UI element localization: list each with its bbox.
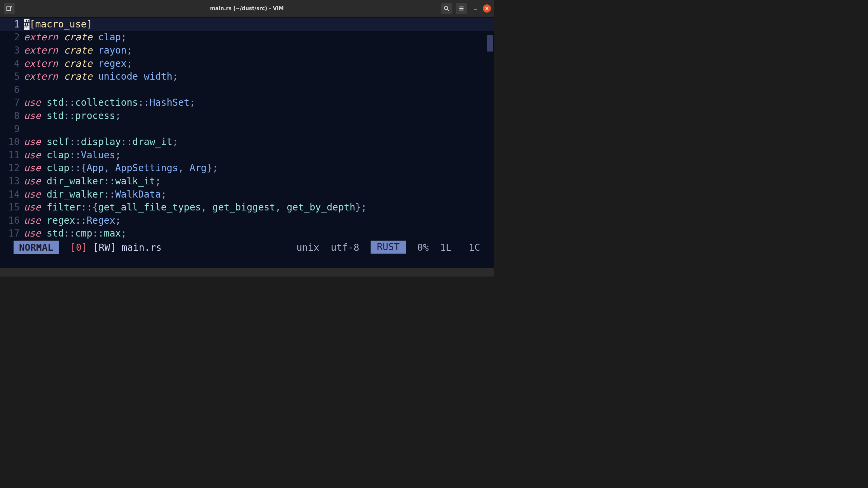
code-line[interactable]: 3extern crate rayon; xyxy=(0,44,494,57)
code-line[interactable]: 15use filter::{get_all_file_types, get_b… xyxy=(0,201,494,214)
status-fileformat: unix xyxy=(296,242,319,253)
close-button[interactable] xyxy=(483,4,491,13)
vim-window: main.rs (~/dust/src) - VIM xyxy=(0,0,494,277)
scrollbar-thumb[interactable] xyxy=(487,35,493,52)
code-content: extern crate regex; xyxy=(24,58,132,69)
new-tab-button[interactable] xyxy=(4,3,15,14)
code-content: use self::display::draw_it; xyxy=(24,136,178,147)
status-language: RUST xyxy=(371,241,406,254)
code-line[interactable]: 2extern crate clap; xyxy=(0,31,494,44)
line-number: 16 xyxy=(0,215,24,226)
search-icon xyxy=(443,5,450,12)
code-line[interactable]: 4extern crate regex; xyxy=(0,57,494,70)
status-col: 1C xyxy=(469,242,480,253)
svg-line-4 xyxy=(448,9,449,11)
window-titlebar: main.rs (~/dust/src) - VIM xyxy=(0,0,494,17)
status-zero: [0] xyxy=(70,242,87,253)
status-percent: 0% xyxy=(417,242,429,253)
code-content: extern crate unicode_width; xyxy=(24,71,178,82)
code-line[interactable]: 1#[macro_use] xyxy=(0,18,494,31)
code-content: use std::collections::HashSet; xyxy=(24,97,195,108)
line-number: 7 xyxy=(0,97,24,108)
code-content: use clap::Values; xyxy=(24,149,121,161)
code-content: use dir_walker::WalkData; xyxy=(24,189,166,200)
code-content: use std::process; xyxy=(24,110,121,121)
code-content: use std::cmp::max; xyxy=(24,228,126,239)
code-line[interactable]: 16use regex::Regex; xyxy=(0,214,494,227)
command-line[interactable] xyxy=(0,254,494,268)
line-number: 1 xyxy=(0,19,24,30)
minimize-icon xyxy=(473,6,478,11)
line-number: 3 xyxy=(0,45,24,56)
statusline: NORMAL [0] [RW] main.rs unix utf-8 RUST … xyxy=(0,241,494,254)
code-line[interactable]: 13use dir_walker::walk_it; xyxy=(0,175,494,188)
line-number: 9 xyxy=(0,123,24,135)
code-content: #[macro_use] xyxy=(24,19,92,30)
code-line[interactable]: 10use self::display::draw_it; xyxy=(0,135,494,148)
line-number: 10 xyxy=(0,136,24,147)
line-number: 5 xyxy=(0,71,24,82)
line-number: 13 xyxy=(0,176,24,187)
line-number: 2 xyxy=(0,32,24,43)
line-number: 17 xyxy=(0,228,24,239)
code-line[interactable]: 11use clap::Values; xyxy=(0,148,494,162)
code-line[interactable]: 9 xyxy=(0,122,494,136)
line-number: 12 xyxy=(0,162,24,174)
line-number: 11 xyxy=(0,149,24,161)
code-content: extern crate rayon; xyxy=(24,45,132,56)
code-content: use filter::{get_all_file_types, get_big… xyxy=(24,202,367,213)
status-filename: main.rs xyxy=(122,242,162,253)
code-content: use clap::{App, AppSettings, Arg}; xyxy=(24,162,218,174)
line-number: 15 xyxy=(0,202,24,213)
status-encoding: utf-8 xyxy=(331,242,359,253)
hamburger-icon xyxy=(458,5,465,12)
code-line[interactable]: 8use std::process; xyxy=(0,109,494,122)
editor-area[interactable]: 1#[macro_use]2extern crate clap;3extern … xyxy=(0,17,494,241)
search-button[interactable] xyxy=(441,3,452,14)
window-title: main.rs (~/dust/src) - VIM xyxy=(210,5,284,12)
close-icon xyxy=(485,7,489,10)
code-line[interactable]: 6 xyxy=(0,83,494,96)
code-line[interactable]: 17use std::cmp::max; xyxy=(0,227,494,240)
line-number: 8 xyxy=(0,110,24,121)
code-line[interactable]: 7use std::collections::HashSet; xyxy=(0,96,494,109)
code-line[interactable]: 5extern crate unicode_width; xyxy=(0,70,494,83)
line-number: 14 xyxy=(0,189,24,200)
code-content: extern crate clap; xyxy=(24,32,126,43)
shell-strip xyxy=(0,268,494,277)
status-line: 1L xyxy=(440,242,452,253)
status-mode: NORMAL xyxy=(14,241,59,254)
code-content: use dir_walker::walk_it; xyxy=(24,176,161,187)
code-line[interactable]: 12use clap::{App, AppSettings, Arg}; xyxy=(0,162,494,175)
status-readwrite: [RW] xyxy=(93,242,116,253)
menu-button[interactable] xyxy=(456,3,467,14)
svg-rect-0 xyxy=(7,7,11,11)
svg-point-3 xyxy=(445,6,448,10)
line-number: 6 xyxy=(0,84,24,95)
minimize-button[interactable] xyxy=(470,3,481,14)
line-number: 4 xyxy=(0,58,24,69)
code-line[interactable]: 14use dir_walker::WalkData; xyxy=(0,188,494,201)
new-tab-icon xyxy=(6,5,12,12)
code-content: use regex::Regex; xyxy=(24,215,121,226)
